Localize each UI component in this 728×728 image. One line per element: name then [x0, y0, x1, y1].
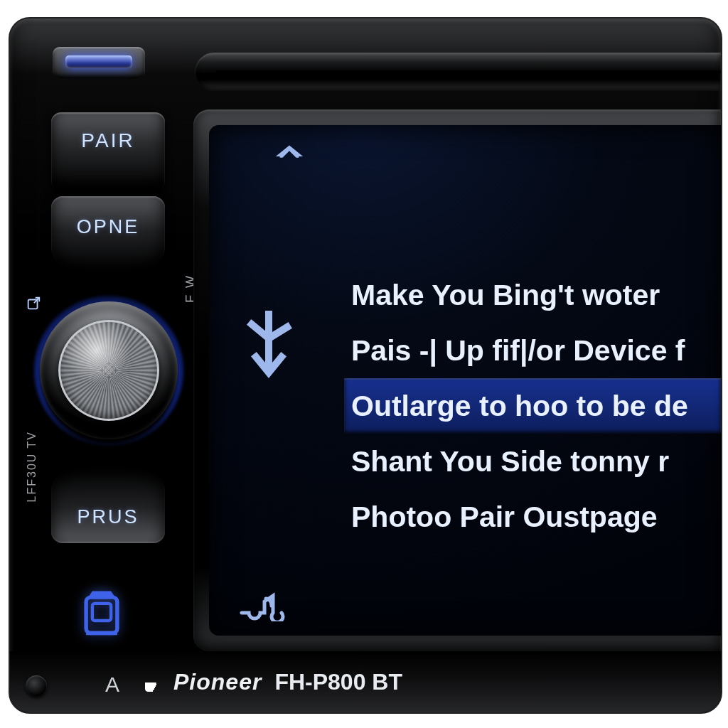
a-label: A [105, 673, 121, 697]
prus-button-label: PRUS [51, 464, 165, 528]
brand-logo: Pioneer [145, 669, 262, 695]
list-item[interactable]: Shant You Side tonny r [344, 434, 721, 489]
prus-button[interactable]: PRUS [51, 464, 165, 543]
knob-face [58, 320, 159, 421]
pair-button-label: PAIR [51, 112, 165, 152]
open-button[interactable]: OPNE [51, 196, 165, 274]
list-item-selected[interactable]: Outlarge to hoo to be de [344, 378, 721, 434]
tow-icon[interactable] [237, 587, 289, 621]
status-led [53, 47, 145, 78]
menu-list: Make You Bing't woter Pais -| Up fif|/or… [344, 267, 721, 545]
list-item[interactable]: Photoo Pair Oustpage [344, 489, 721, 545]
head-unit: PAIR OPNE E W LFF30U TV PRUS [9, 17, 722, 714]
brand-logo-text: Pioneer [173, 669, 262, 695]
rotary-knob[interactable] [34, 296, 183, 445]
brand-bar: A Pioneer FH-P800 BT [10, 651, 721, 712]
down-split-arrow-icon[interactable] [243, 310, 294, 388]
home-icon[interactable] [273, 141, 306, 169]
model-label: FH-P800 BT [274, 669, 402, 695]
aux-jack[interactable] [26, 675, 47, 697]
pair-button[interactable]: PAIR [51, 112, 165, 191]
device-icon[interactable] [77, 584, 127, 641]
left-control-panel: PAIR OPNE E W LFF30U TV PRUS [38, 47, 181, 670]
list-item[interactable]: Pais -| Up fif|/or Device f [344, 323, 721, 378]
screen-bezel: Make You Bing't woter Pais -| Up fif|/or… [193, 109, 721, 651]
disc-slot[interactable] [195, 53, 721, 91]
left-vertical-label: LFF30U TV [26, 431, 38, 502]
open-button-label: OPNE [51, 196, 165, 238]
svg-rect-2 [92, 604, 111, 621]
touch-screen[interactable]: Make You Bing't woter Pais -| Up fif|/or… [209, 125, 721, 636]
list-item[interactable]: Make You Bing't woter [344, 267, 721, 323]
